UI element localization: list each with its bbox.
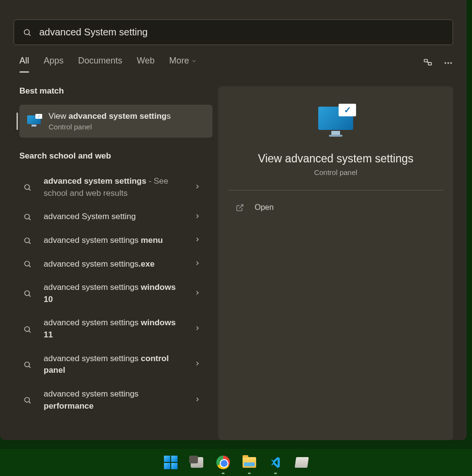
svg-line-12 — [29, 242, 30, 243]
chrome-icon — [216, 456, 230, 469]
tab-documents[interactable]: Documents — [78, 56, 122, 70]
svg-point-19 — [24, 362, 29, 367]
web-result-item[interactable]: advanced system settings windows 11 — [19, 311, 212, 347]
web-result-text: advanced system settings windows 10 — [44, 282, 185, 305]
svg-point-13 — [24, 261, 29, 266]
svg-line-14 — [29, 266, 30, 267]
vscode-icon — [269, 456, 282, 469]
search-icon — [23, 28, 32, 37]
open-label: Open — [255, 203, 274, 212]
web-result-item[interactable]: advanced system settings - See school an… — [19, 170, 212, 205]
taskbar — [0, 449, 472, 476]
svg-point-21 — [24, 397, 29, 402]
web-result-text: advanced system settings menu — [44, 235, 185, 247]
tab-all[interactable]: All — [19, 56, 29, 70]
chevron-down-icon — [191, 58, 197, 64]
chrome-taskbar-button[interactable] — [216, 455, 230, 470]
svg-point-4 — [445, 62, 446, 63]
svg-rect-2 — [424, 59, 428, 62]
search-box[interactable] — [14, 19, 453, 45]
search-icon — [19, 237, 35, 245]
chevron-right-icon[interactable] — [194, 236, 209, 245]
svg-point-17 — [24, 326, 29, 331]
open-external-icon — [236, 204, 244, 212]
svg-line-8 — [29, 189, 30, 190]
web-result-text: advanced system settings - See school an… — [44, 175, 185, 199]
svg-point-7 — [24, 185, 29, 190]
web-result-item[interactable]: advanced system settings.exe — [19, 253, 212, 276]
best-match-title: View advanced system settings — [49, 111, 171, 121]
system-settings-icon: ✓ — [27, 115, 41, 127]
web-result-text: advanced System setting — [44, 211, 185, 223]
search-icon — [19, 289, 35, 298]
search-web-header: Search school and web — [19, 151, 212, 161]
search-icon — [19, 325, 35, 333]
svg-line-23 — [239, 205, 243, 208]
chevron-right-icon[interactable] — [194, 289, 209, 298]
start-button[interactable] — [163, 455, 178, 470]
start-search-panel: All Apps Documents Web More Best matc — [0, 0, 467, 440]
chevron-right-icon[interactable] — [194, 396, 209, 405]
web-result-item[interactable]: advanced system settings menu — [19, 229, 212, 253]
svg-line-18 — [29, 331, 30, 332]
preview-subtitle: Control panel — [314, 168, 357, 176]
task-view-button[interactable] — [190, 455, 204, 470]
svg-point-11 — [24, 238, 29, 243]
web-result-text: advanced system settings control panel — [44, 353, 185, 377]
task-view-icon — [191, 457, 203, 468]
windows-logo-icon — [164, 456, 178, 469]
tab-web[interactable]: Web — [137, 56, 155, 70]
web-result-item[interactable]: advanced system settings windows 10 — [19, 276, 212, 311]
apps-overview-icon[interactable] — [423, 58, 433, 68]
svg-line-16 — [29, 295, 30, 297]
svg-rect-3 — [428, 63, 432, 65]
svg-point-0 — [24, 30, 30, 35]
web-result-text: advanced system settings windows 11 — [44, 317, 185, 341]
results-column: Best match ✓ View advanced system settin… — [0, 86, 218, 440]
file-explorer-icon — [243, 457, 256, 468]
search-icon — [19, 260, 35, 268]
chevron-right-icon[interactable] — [194, 183, 209, 192]
svg-point-5 — [447, 62, 449, 63]
filter-tabs: All Apps Documents Web More — [19, 56, 453, 70]
monitor-app-icon — [294, 457, 309, 468]
search-icon — [19, 361, 35, 369]
app-taskbar-button[interactable] — [294, 455, 309, 470]
search-icon — [19, 396, 35, 404]
svg-point-9 — [24, 214, 29, 219]
system-settings-icon-large: ✓ — [318, 107, 353, 138]
chevron-right-icon[interactable] — [194, 325, 209, 333]
web-result-text: advanced system settings.exe — [44, 258, 185, 270]
chevron-right-icon[interactable] — [194, 360, 209, 369]
svg-line-20 — [29, 366, 30, 368]
chevron-right-icon[interactable] — [194, 260, 209, 269]
web-result-item[interactable]: advanced system settings performance — [19, 382, 212, 418]
svg-point-6 — [450, 62, 452, 63]
web-result-text: advanced system settings performance — [44, 388, 185, 412]
explorer-taskbar-button[interactable] — [242, 455, 257, 470]
more-options-icon[interactable] — [443, 58, 453, 68]
tab-apps[interactable]: Apps — [44, 56, 64, 70]
chevron-right-icon[interactable] — [194, 213, 209, 222]
tab-more[interactable]: More — [169, 56, 197, 70]
web-result-item[interactable]: advanced System setting — [19, 205, 212, 229]
divider — [228, 190, 443, 190]
search-icon — [19, 183, 35, 191]
vscode-taskbar-button[interactable] — [268, 455, 283, 470]
svg-point-15 — [24, 291, 29, 296]
best-match-result[interactable]: ✓ View advanced system settings Control … — [19, 105, 212, 138]
search-input[interactable] — [39, 27, 444, 38]
svg-line-10 — [29, 219, 30, 220]
svg-line-22 — [29, 402, 30, 403]
preview-title: View advanced system settings — [258, 152, 413, 165]
best-match-subtitle: Control panel — [49, 123, 171, 131]
web-result-item[interactable]: advanced system settings control panel — [19, 347, 212, 382]
svg-line-1 — [29, 34, 30, 35]
preview-panel: ✓ View advanced system settings Control … — [218, 86, 453, 440]
best-match-header: Best match — [19, 86, 212, 96]
open-action[interactable]: Open — [228, 199, 443, 216]
search-icon — [19, 213, 35, 221]
